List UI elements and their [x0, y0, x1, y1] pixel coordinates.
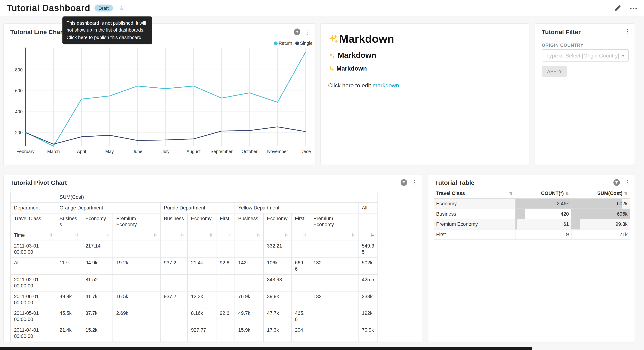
- pivot-value-cell: 21.4k: [56, 325, 82, 342]
- sort-icon[interactable]: ⇅: [180, 232, 184, 238]
- cross-filter-icon[interactable]: [400, 179, 407, 186]
- pivot-value-cell: 21.4k: [188, 258, 216, 274]
- sort-icon[interactable]: ⇅: [154, 232, 157, 238]
- sort-icon[interactable]: ⇅: [209, 232, 213, 238]
- sort-icon[interactable]: ⇅: [352, 232, 355, 238]
- pivot-chart-card: Tutorial Pivot Chart ⋮ SUM(Cost)Departme…: [3, 174, 422, 342]
- sort-icon[interactable]: ⇅: [106, 232, 109, 238]
- table-actions: ⋮: [613, 179, 630, 186]
- pivot-value-cell: 549.35: [358, 241, 378, 258]
- pivot-value-cell: 502k: [358, 258, 378, 274]
- sort-icon[interactable]: ⇊: [371, 232, 374, 238]
- table-row[interactable]: First91.71k: [434, 229, 630, 240]
- markdown-h2: Markdown: [328, 51, 522, 60]
- sort-icon[interactable]: ⇅: [228, 232, 231, 238]
- pivot-value-cell: [291, 241, 310, 258]
- pivot-class-header: Business: [235, 213, 264, 230]
- table-row[interactable]: Premium Economy6199.8k: [434, 219, 630, 230]
- table-title: Tutorial Table: [435, 179, 474, 186]
- pivot-value-cell: 92.6: [216, 308, 235, 325]
- pivot-sort-cell: ⇅: [310, 230, 358, 241]
- pivot-value-cell: [56, 241, 82, 258]
- svg-text:Dece: Dece: [300, 149, 311, 154]
- pivot-value-cell: 15.9k: [235, 325, 264, 342]
- legend-label: Single: [300, 40, 312, 46]
- count-cell: 2.46k: [515, 198, 571, 209]
- pivot-class-header: Economy: [188, 213, 216, 230]
- pivot-metric-header: SUM(Cost): [56, 192, 378, 202]
- kebab-menu-icon[interactable]: ⋮: [305, 29, 311, 35]
- pivot-value-cell: [56, 274, 82, 291]
- kebab-menu-icon[interactable]: ⋮: [624, 179, 630, 186]
- pivot-sort-cell: ⇅: [264, 230, 291, 241]
- select-placeholder: Type or Select [Origin Country]: [546, 52, 619, 58]
- apply-button[interactable]: APPLY: [542, 66, 567, 77]
- sort-icon[interactable]: ⇅: [284, 232, 288, 238]
- pivot-value-cell: 2.69k: [113, 308, 160, 325]
- column-header-label: COUNT(*): [541, 190, 564, 196]
- pivot-value-cell: [113, 325, 160, 342]
- pivot-actions: ⋮: [400, 179, 418, 186]
- pivot-sort-cell: ⇅: [113, 230, 160, 241]
- sort-icon[interactable]: ⇅: [566, 191, 569, 196]
- sort-icon[interactable]: ⇅: [624, 191, 628, 196]
- tutorial-table: Travel Class⇅COUNT(*)⇅SUM(Cost)⇅Economy2…: [434, 188, 630, 240]
- sort-icon[interactable]: ⇅: [256, 232, 260, 238]
- pivot-value-cell: 204: [291, 325, 310, 342]
- edit-markdown-link[interactable]: markdown: [372, 82, 399, 89]
- sum-cost-cell: 1.71k: [571, 229, 630, 240]
- pivot-value-cell: [188, 274, 216, 291]
- favorite-star-icon[interactable]: ☆: [118, 5, 124, 11]
- markdown-h1: Markdown: [328, 33, 522, 46]
- cross-filter-icon[interactable]: [294, 28, 300, 35]
- edit-pencil-icon[interactable]: [614, 4, 621, 12]
- pivot-value-cell: 49.9k: [56, 291, 82, 308]
- pivot-value-cell: 41.7k: [82, 291, 113, 308]
- dashboard-header: Tutorial Dashboard Draft ☆ ⋯: [0, 0, 644, 16]
- pivot-value-cell: 49.7k: [235, 308, 264, 325]
- pivot-corner-cell: [10, 192, 56, 202]
- pivot-value-cell: 47.7k: [264, 308, 291, 325]
- sort-icon[interactable]: ⇅: [75, 232, 78, 238]
- pivot-class-header: Premium Economy: [113, 213, 160, 230]
- line-chart-svg: 200400600800FebruaryMarchAprilMayJuneJul…: [4, 24, 315, 165]
- svg-text:July: July: [162, 149, 170, 154]
- sort-icon[interactable]: ⇅: [303, 232, 306, 238]
- column-header[interactable]: SUM(Cost)⇅: [571, 188, 630, 198]
- sort-icon[interactable]: ⇅: [49, 232, 52, 238]
- header-actions: ⋯: [614, 4, 638, 12]
- pivot-value-cell: 343.98: [264, 274, 291, 291]
- sort-icon[interactable]: ⇅: [509, 191, 512, 196]
- legend-item[interactable]: Return: [274, 40, 292, 46]
- pivot-value-cell: [216, 291, 235, 308]
- table-row[interactable]: Economy2.46k602k: [434, 198, 630, 209]
- chevron-down-icon: ▾: [622, 53, 624, 58]
- column-header[interactable]: COUNT(*)⇅: [515, 188, 571, 198]
- edit-prefix-text: Click here to edit: [328, 82, 371, 89]
- chart-legend: ReturnSingle: [274, 40, 312, 46]
- more-options-icon[interactable]: ⋯: [630, 4, 638, 12]
- column-header[interactable]: Travel Class⇅: [434, 188, 515, 198]
- page-title: Tutorial Dashboard: [6, 3, 90, 14]
- bottom-bar: [0, 347, 532, 350]
- pivot-value-cell: [235, 274, 264, 291]
- pivot-value-cell: 37.7k: [82, 308, 113, 325]
- kebab-menu-icon[interactable]: ⋮: [624, 28, 630, 34]
- svg-text:August: August: [186, 149, 201, 154]
- origin-country-select[interactable]: Type or Select [Origin Country] ▾: [542, 49, 629, 62]
- table-row[interactable]: Business420696k: [434, 209, 630, 219]
- travel-class-cell: Economy: [434, 198, 515, 209]
- pivot-table: SUM(Cost)DepartmentOrange DepartmentPurp…: [10, 192, 378, 342]
- pivot-value-cell: 8.16k: [188, 308, 216, 325]
- pivot-sort-cell: ⇅: [235, 230, 264, 241]
- legend-item[interactable]: Single: [296, 40, 312, 46]
- kebab-menu-icon[interactable]: ⋮: [412, 179, 418, 186]
- pivot-value-cell: 117k: [56, 258, 82, 274]
- markdown-content: Markdown Markdown Markdown Click here to…: [321, 24, 529, 89]
- chart-title: Tutorial Line Chart: [10, 28, 64, 35]
- sum-cost-cell: 602k: [571, 198, 630, 209]
- draft-badge[interactable]: Draft: [94, 4, 113, 12]
- cross-filter-icon[interactable]: [613, 179, 620, 186]
- pivot-value-cell: 92.6: [216, 258, 235, 274]
- pivot-value-cell: 142k: [235, 258, 264, 274]
